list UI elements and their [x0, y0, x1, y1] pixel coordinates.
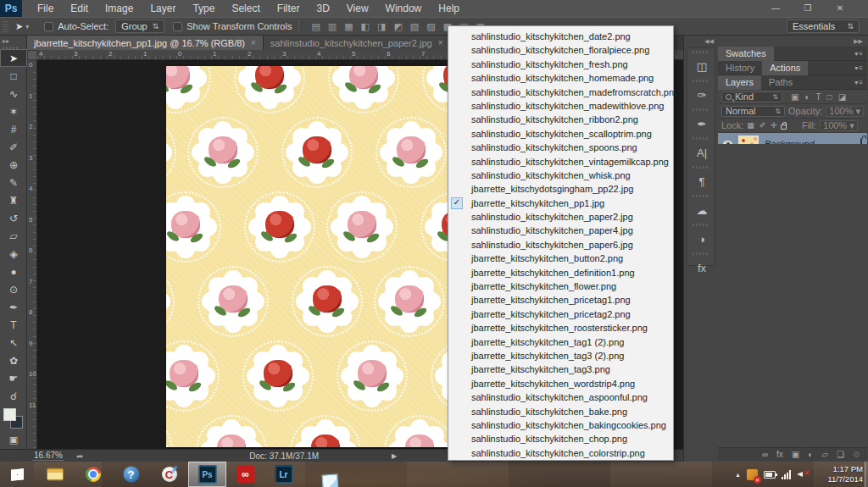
window-menu-item[interactable]: ✓ sahlinstudio_kitschykitchen_scalloptri… — [448, 127, 673, 141]
align-icon[interactable]: ◩ — [393, 21, 402, 32]
window-button-minimize[interactable]: — — [760, 0, 792, 15]
collapse-dock-icon[interactable]: ◀◀ — [704, 38, 714, 47]
document-tab[interactable]: jbarrette_kitschykitchen_pp1.jpg @ 16.7%… — [27, 36, 264, 50]
group-select[interactable]: Group ⇅ — [115, 19, 164, 33]
expand-dock-icon[interactable]: ▶▶ — [854, 38, 863, 47]
network-signal-icon[interactable] — [782, 470, 791, 479]
tab-paths[interactable]: Paths — [761, 75, 800, 90]
ruler-corner[interactable] — [27, 50, 37, 60]
delete-layer[interactable]: ♲ — [853, 450, 860, 459]
tool-lasso[interactable]: ∿ — [0, 85, 27, 102]
filter-icon[interactable]: ▣ — [791, 92, 798, 102]
window-menu-item[interactable]: ✓ jbarrette_kitschykitchen_roostersticke… — [448, 321, 673, 335]
menu-item[interactable]: Window — [377, 1, 431, 16]
taskbar-app-creative-cloud[interactable]: ∞ — [226, 462, 264, 487]
dock-icon-character-panel[interactable]: A| — [687, 141, 716, 163]
dock-icon-brush-presets-panel[interactable]: ✒ — [687, 113, 716, 135]
menu-item[interactable]: Image — [97, 1, 142, 16]
tray-alert-icon[interactable] — [747, 469, 758, 480]
window-menu-item[interactable]: ✓ jbarrette_kitschykitchen_definition1.p… — [448, 266, 673, 279]
window-menu-item[interactable]: ✓ jbarrette_kitschydotsgingham_pp22.jpg — [448, 182, 673, 196]
window-menu-item[interactable]: ✓ jbarrette_kitschykitchen_wordstrip4.pn… — [448, 377, 673, 390]
window-menu-item[interactable]: ✓ jbarrette_kitschykitchen_button2.png — [448, 252, 673, 265]
taskbar-app-lightroom[interactable]: Lr — [264, 462, 303, 487]
tool-blur[interactable]: ● — [0, 263, 27, 280]
taskbar-app-photoshop[interactable]: Ps — [188, 462, 226, 487]
tool-eraser[interactable]: ▱ — [0, 227, 27, 245]
tool-dodge[interactable]: ⊙ — [0, 280, 27, 298]
window-menu-item[interactable]: ✓ sahlinstudio_kitschykitchen_chop.png — [448, 432, 673, 445]
tool-rectangular-marquee[interactable]: □ — [0, 67, 27, 85]
menu-item[interactable]: Help — [430, 1, 468, 16]
filter-icon[interactable]: T — [816, 92, 821, 102]
taskbar-app-chrome[interactable] — [74, 462, 112, 487]
menu-item[interactable]: View — [338, 1, 377, 16]
tool-type[interactable]: T — [0, 316, 27, 334]
align-icon[interactable]: ▥ — [328, 21, 337, 32]
taskbar-app-sticky-notes[interactable] — [303, 462, 341, 487]
add-layer-mask[interactable]: ▣ — [792, 450, 799, 459]
menu-item[interactable]: 3D — [308, 1, 337, 16]
menu-item[interactable]: Type — [184, 1, 223, 16]
close-icon[interactable]: × — [438, 38, 443, 47]
dock-icon-clone-source-panel[interactable]: ◫ — [687, 55, 716, 77]
tool-quick-mask[interactable]: ▣ — [0, 432, 27, 447]
panel-menu-icon[interactable]: ▾≡ — [854, 79, 864, 86]
window-menu-item[interactable]: ✓ sahlinstudio_kitschykitchen_whisk.png — [448, 169, 673, 182]
tool-paint-bucket[interactable]: ◈ — [0, 245, 27, 263]
window-menu-item[interactable]: ✓ sahlinstudio_kitschykitchen_paper4.jpg — [448, 224, 673, 237]
lock-all-icon[interactable] — [781, 125, 787, 130]
window-menu-item[interactable]: ✓ sahlinstudio_kitschykitchen_floralpiec… — [448, 43, 673, 57]
taskbar-app-ccleaner[interactable]: C — [150, 462, 188, 487]
show-desktop-button[interactable] — [865, 462, 868, 487]
new-layer[interactable]: ❏ — [837, 450, 844, 459]
menu-item[interactable]: Edit — [62, 1, 97, 16]
taskbar-clock[interactable]: 1:17 PM 11/7/2014 — [827, 462, 863, 487]
close-icon[interactable]: × — [251, 38, 256, 47]
menu-item[interactable]: Select — [223, 1, 268, 16]
window-button-restore[interactable]: ❒ — [792, 0, 824, 15]
taskbar-app-help[interactable]: ? — [112, 462, 150, 487]
status-options-arrow[interactable]: ▶ — [392, 452, 397, 460]
tab-swatches[interactable]: Swatches — [718, 47, 774, 61]
auto-select-checkbox[interactable] — [44, 22, 53, 31]
document-tab[interactable]: sahlinstudio_kitschykitchen_paper2.jpg × — [264, 36, 451, 50]
tab-layers[interactable]: Layers — [718, 75, 761, 90]
tab-actions[interactable]: Actions — [762, 61, 808, 75]
align-icon[interactable]: ▧ — [410, 21, 419, 32]
tool-custom-shape[interactable]: ✿ — [0, 351, 27, 369]
panel-menu-icon[interactable]: ▾≡ — [854, 50, 864, 58]
tool-pen[interactable]: ✒ — [0, 298, 27, 316]
new-group[interactable]: ▱ — [821, 450, 828, 459]
tool-eyedropper[interactable]: ✐ — [0, 138, 27, 156]
dock-icon-adjustments-panel[interactable]: ◑ — [687, 228, 716, 250]
window-menu-item[interactable]: ✓ jbarrette_kitschykitchen_flower.png — [448, 279, 673, 293]
menu-item[interactable]: File — [29, 1, 62, 16]
taskbar-app-file-explorer[interactable] — [36, 462, 74, 487]
dock-icon-brushes-panel[interactable]: ✑ — [687, 84, 716, 106]
start-button[interactable] — [0, 462, 34, 487]
tool-history-brush[interactable]: ↺ — [0, 209, 27, 227]
window-menu-item[interactable]: ✓ sahlinstudio_kitschykitchen_bakingcook… — [448, 418, 673, 432]
align-icon[interactable]: ▨ — [426, 21, 435, 32]
window-button-close[interactable]: ✕ — [824, 0, 856, 15]
document-canvas[interactable] — [166, 66, 448, 447]
window-menu-item[interactable]: ✓ sahlinstudio_kitschykitchen_paper2.jpg — [448, 210, 673, 224]
filter-icon[interactable]: ◐ — [804, 92, 810, 102]
tools-panel-header[interactable]: ▸▸ — [0, 36, 26, 49]
fill-value[interactable]: 100% ▾ — [820, 120, 858, 131]
window-menu-item[interactable]: ✓ sahlinstudio_kitschykitchen_aspoonful.… — [448, 390, 673, 404]
window-menu-item[interactable]: ✓ sahlinstudio_kitschykitchen_vintagemil… — [448, 155, 673, 169]
battery-icon[interactable] — [764, 471, 776, 479]
window-menu-item[interactable]: ✓ jbarrette_kitschykitchen_pricetag2.png — [448, 307, 673, 321]
dock-icon-paragraph-panel[interactable]: ¶ — [687, 170, 716, 192]
panel-menu-icon[interactable]: ▾≡ — [854, 64, 864, 72]
tab-history[interactable]: History — [718, 61, 762, 75]
window-menu-item[interactable]: ✓ sahlinstudio_kitschykitchen_madefromsc… — [448, 86, 673, 99]
window-menu-item[interactable]: ✓ jbarrette_kitschykitchen_tag1 (2).png — [448, 335, 673, 349]
window-menu-item[interactable]: ✓ sahlinstudio_kitschykitchen_madewithlo… — [448, 99, 673, 113]
dock-icon-creative-cloud-panel[interactable]: ☁ — [687, 199, 716, 221]
add-layer-style[interactable]: fx — [776, 450, 783, 459]
window-menu-item[interactable]: ✓ sahlinstudio_kitschykitchen_spoons.png — [448, 141, 673, 154]
tool-brush[interactable]: ✎ — [0, 174, 27, 191]
